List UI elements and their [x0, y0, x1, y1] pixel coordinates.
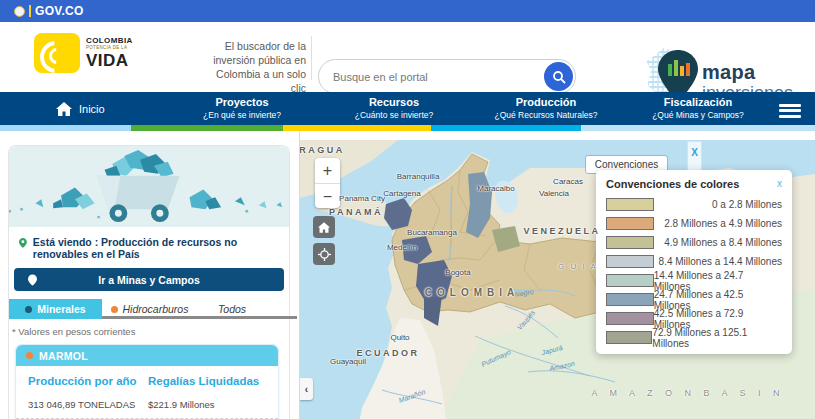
royalties-label: Regalías Liquidadas: [148, 375, 268, 387]
map-canvas[interactable]: + − Convenciones X Convenciones de color…: [300, 140, 815, 419]
side-panel: Está viendo : Producción de recursos no …: [0, 131, 300, 419]
home-icon: [318, 222, 330, 233]
location-pin-icon: [19, 236, 27, 250]
legend-row: 42.5 Millones a 72.9 Millones: [606, 309, 782, 328]
brand-name: mapa: [702, 62, 793, 82]
pin-icon: [28, 274, 37, 286]
legend-swatch: [606, 331, 652, 344]
nav-item-recursos[interactable]: Recursos ¿Cuánto se invierte?: [318, 96, 470, 120]
legend-title: Convenciones de colores: [606, 178, 739, 190]
colombia-logo-line1: COLOMBIA: [86, 37, 133, 45]
legend-close-button[interactable]: x: [777, 179, 782, 189]
zoom-in-button[interactable]: +: [315, 158, 340, 183]
nav-item-produccion[interactable]: Producción ¿Qué Recursos Naturales?: [470, 96, 622, 120]
status-row: Está viendo : Producción de recursos no …: [9, 227, 289, 260]
legend-swatch: [606, 293, 654, 306]
legend-row: 2.8 Millones a 4.9 Millones: [606, 214, 782, 233]
tab-minerales[interactable]: Minerales: [9, 299, 102, 319]
header: COLOMBIA POTENCIA DE LA VIDA El buscador…: [0, 22, 815, 92]
search-icon: [552, 70, 566, 84]
portal-tagline: El buscador de la inversión pública en C…: [210, 40, 306, 95]
nav-item-inicio[interactable]: Inicio: [56, 102, 166, 116]
mine-cart-illustration: [9, 146, 289, 227]
zoom-out-button[interactable]: −: [315, 184, 340, 209]
legend-row: 8.4 Millones a 14.4 Millones: [606, 252, 782, 271]
gov-topbar: GOV.CO: [0, 0, 815, 22]
tab-dot: [111, 306, 118, 313]
legend-swatch: [606, 274, 654, 287]
production-value: 313 046,89 TONELADAS: [28, 399, 148, 410]
locate-icon: [318, 248, 331, 261]
ir-a-minas-y-campos-button[interactable]: Ir a Minas y Campos: [14, 268, 284, 291]
resource-card-marmol: MARMOL Producción por año 313 046,89 TON…: [15, 344, 279, 419]
resource-dot: [26, 352, 33, 359]
legend-swatch: [606, 312, 654, 325]
search-box: [318, 59, 576, 94]
home-icon: [56, 102, 72, 116]
legend-row: 72.9 Millones a 125.1 Millones: [606, 328, 782, 347]
colombia-logo-line3: VIDA: [86, 52, 133, 69]
zoom-control: + −: [315, 158, 340, 208]
tab-dot: [25, 306, 32, 313]
production-label: Producción por año: [28, 375, 148, 387]
collapse-panel-button[interactable]: ‹: [300, 378, 313, 400]
nav-underline-segment: [431, 125, 581, 131]
main-navbar: Inicio Proyectos ¿En qué se invierte? Re…: [0, 92, 815, 125]
gov-emblem-icon: [14, 6, 25, 17]
legend-row: 4.9 Millones a 8.4 Millones: [606, 233, 782, 252]
nav-underline-segment: [581, 125, 815, 131]
panel-card: Está viendo : Producción de recursos no …: [8, 145, 290, 419]
gov-separator: [29, 5, 31, 17]
locate-button[interactable]: [313, 243, 335, 265]
home-extent-button[interactable]: [313, 216, 335, 238]
close-icon: X: [691, 147, 698, 158]
legend-swatch: [606, 217, 654, 230]
currency-note: * Valores en pesos corrientes: [12, 326, 289, 337]
royalties-value: $221.9 Millones: [148, 399, 268, 410]
legend-swatch: [606, 255, 654, 268]
legend-row: 0 a 2.8 Millones: [606, 195, 782, 214]
menu-button[interactable]: [779, 101, 801, 120]
status-text: Está viendo : Producción de recursos no …: [33, 236, 279, 260]
nav-item-fiscalizacion[interactable]: Fiscalización ¿Qué Minas y Campos?: [622, 96, 774, 120]
legend-swatch: [606, 198, 654, 211]
resource-title: MARMOL: [39, 350, 88, 362]
search-button[interactable]: [544, 62, 573, 91]
panel-close-strip[interactable]: X: [687, 141, 702, 171]
legend-row: 14.4 Millones a 24.7 Millones: [606, 271, 782, 290]
hamburger-icon: [779, 104, 801, 107]
nav-item-proyectos[interactable]: Proyectos ¿En qué se invierte?: [166, 96, 318, 120]
resource-tabs: Minerales Hidrocarburos Todos: [9, 299, 289, 319]
search-input[interactable]: [333, 60, 523, 93]
header-divider: [311, 36, 312, 80]
colombia-logo-mark-icon: [34, 33, 80, 73]
colombia-logo[interactable]: COLOMBIA POTENCIA DE LA VIDA: [34, 33, 133, 73]
legend-swatch: [606, 236, 654, 249]
tabs-underline: [102, 316, 297, 319]
legend-row: 24.7 Millones a 42.5 Millones: [606, 290, 782, 309]
nav-underline-segment: [283, 125, 431, 131]
legend-panel: Convenciones de colores x 0 a 2.8 Millon…: [596, 170, 792, 354]
govco-link[interactable]: GOV.CO: [35, 4, 84, 18]
resource-card-header: MARMOL: [16, 345, 278, 366]
